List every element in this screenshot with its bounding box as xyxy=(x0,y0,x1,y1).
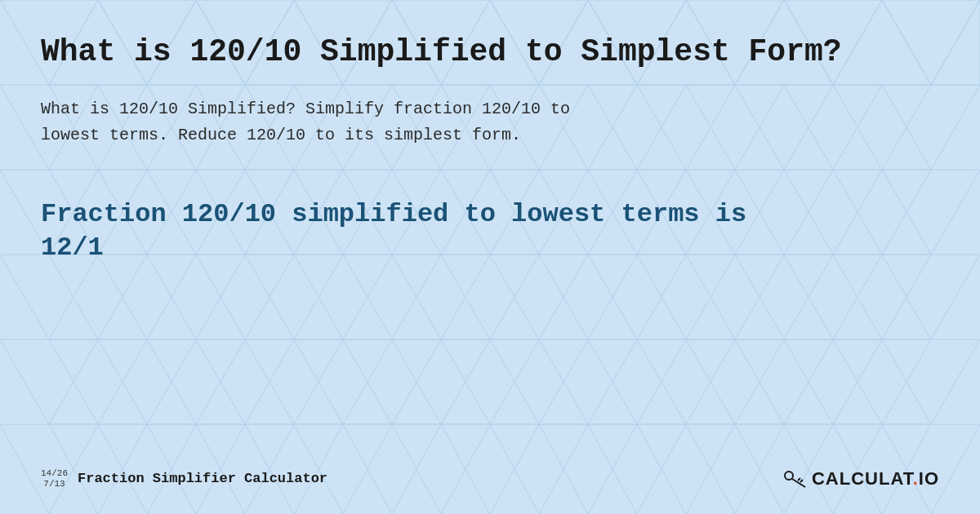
svg-line-119 xyxy=(798,478,800,481)
result-section: Fraction 120/10 simplified to lowest ter… xyxy=(41,197,939,265)
page-description: What is 120/10 Simplified? Simplify frac… xyxy=(41,96,612,148)
footer: 14/26 7/13 Fraction Simplifier Calculato… xyxy=(41,468,939,490)
footer-label: Fraction Simplifier Calculator xyxy=(78,471,327,486)
svg-line-118 xyxy=(800,480,803,482)
result-title: Fraction 120/10 simplified to lowest ter… xyxy=(41,197,776,265)
svg-point-116 xyxy=(785,472,793,480)
footer-fraction-bottom: 7/13 xyxy=(43,479,65,490)
page-title: What is 120/10 Simplified to Simplest Fo… xyxy=(41,33,939,72)
footer-logo: CALCULAT.IO xyxy=(782,468,939,490)
logo-text: CALCULAT.IO xyxy=(812,468,939,490)
footer-fraction-top: 14/26 xyxy=(41,468,68,479)
footer-fractions: 14/26 7/13 xyxy=(41,468,68,490)
logo-icon xyxy=(782,469,807,489)
